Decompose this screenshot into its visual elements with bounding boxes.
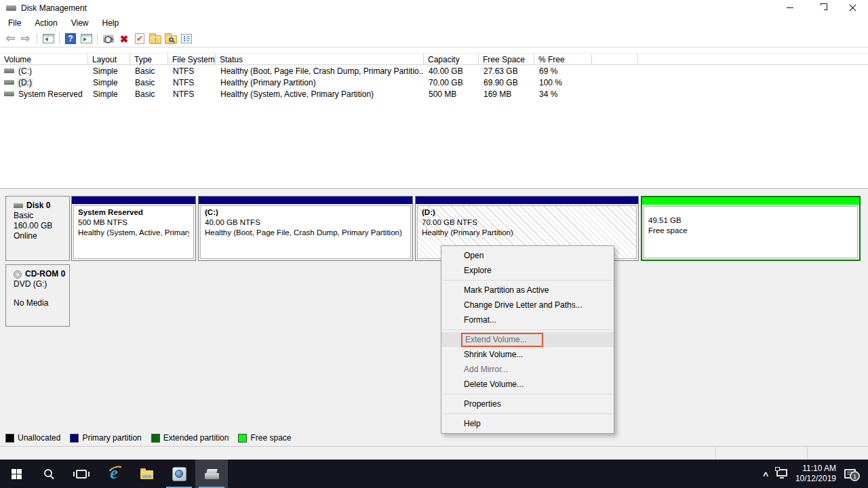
disk-0-row: Disk 0 Basic 160.00 GB Online System Res… bbox=[5, 196, 863, 261]
partition-block[interactable]: (C:) 40.00 GB NTFS Healthy (Boot, Page F… bbox=[198, 196, 413, 261]
menu-item[interactable]: Action bbox=[28, 16, 64, 30]
legend-swatch bbox=[238, 434, 247, 443]
context-menu-item[interactable]: Mark Partition as Active bbox=[441, 283, 614, 298]
context-menu-item[interactable]: Open bbox=[441, 248, 614, 263]
folder-explore-icon[interactable] bbox=[164, 33, 178, 45]
capacity-cell: 500 MB bbox=[424, 89, 479, 99]
volume-cell: System Reserved bbox=[0, 89, 88, 99]
properties-list-icon[interactable] bbox=[180, 33, 193, 45]
partition-status: Free space bbox=[648, 226, 853, 236]
partition-size: 70.00 GB NTFS bbox=[422, 218, 632, 228]
internet-explorer-icon: e bbox=[110, 464, 118, 482]
context-menu-item[interactable]: Delete Volume... bbox=[441, 377, 614, 392]
column-header[interactable]: File System bbox=[168, 54, 216, 64]
column-header[interactable]: Layout bbox=[88, 54, 130, 64]
search-button[interactable] bbox=[33, 460, 65, 488]
restore-button[interactable] bbox=[806, 0, 837, 16]
column-header[interactable]: Free Space bbox=[479, 54, 534, 64]
close-button[interactable] bbox=[837, 0, 868, 16]
internet-explorer-button[interactable]: e bbox=[98, 460, 130, 488]
column-header[interactable]: Type bbox=[130, 54, 168, 64]
context-menu-item[interactable]: Help bbox=[441, 416, 614, 431]
volume-disk-icon bbox=[4, 92, 14, 96]
legend-label: Primary partition bbox=[82, 433, 141, 443]
volume-row[interactable]: (C:) Simple Basic NTFS Healthy (Boot, Pa… bbox=[0, 65, 868, 77]
context-menu-item[interactable]: Shrink Volume... bbox=[441, 347, 614, 362]
toolbar-separator bbox=[37, 33, 37, 44]
partition-status: Healthy (System, Active, Primary bbox=[78, 228, 189, 238]
action-center-icon[interactable]: 1 bbox=[844, 469, 856, 479]
file-explorer-button[interactable] bbox=[130, 460, 163, 488]
menu-bar: File Action View Help bbox=[0, 16, 868, 30]
back-icon[interactable]: ⇦ bbox=[3, 33, 17, 45]
check-disk-icon[interactable]: ✔ bbox=[133, 33, 146, 45]
context-menu-item[interactable]: Extend Volume... bbox=[441, 332, 614, 347]
type-cell: Basic bbox=[130, 78, 168, 87]
context-menu-item bbox=[443, 329, 612, 330]
volume-row[interactable]: System Reserved Simple Basic NTFS Health… bbox=[0, 88, 868, 100]
forward-icon[interactable]: ⇨ bbox=[19, 33, 33, 45]
folder-up-icon[interactable]: ↑ bbox=[149, 33, 162, 45]
legend-swatch bbox=[151, 434, 160, 443]
partition-status: Healthy (Primary Partition) bbox=[422, 228, 632, 238]
restore-icon bbox=[818, 5, 824, 11]
context-menu-item[interactable]: Add Mirror... bbox=[441, 362, 614, 377]
action-pane-icon[interactable] bbox=[79, 33, 93, 45]
partition-color-bar bbox=[416, 197, 638, 204]
console-tree-icon[interactable] bbox=[41, 33, 55, 45]
context-menu-item-label: Properties bbox=[464, 399, 501, 409]
delete-icon[interactable]: ✖ bbox=[117, 33, 131, 45]
legend-swatch bbox=[70, 434, 79, 443]
partition-block[interactable]: 49.51 GB Free space bbox=[641, 196, 861, 261]
file-explorer-icon bbox=[140, 470, 153, 479]
partition-size: 500 MB NTFS bbox=[78, 218, 189, 228]
column-header[interactable] bbox=[592, 54, 638, 64]
search-icon bbox=[44, 469, 52, 477]
context-menu-item bbox=[443, 413, 612, 414]
taskbar-clock[interactable]: 11:10 AM 10/12/2019 bbox=[795, 464, 836, 484]
start-button[interactable] bbox=[0, 460, 33, 488]
cdrom-title: CD-ROM 0 bbox=[14, 269, 68, 279]
minimize-button[interactable] bbox=[774, 0, 806, 16]
cdrom-panel[interactable]: CD-ROM 0 DVD (G:) No Media bbox=[5, 264, 70, 327]
window-title: Disk Management bbox=[21, 3, 87, 13]
column-header[interactable]: % Free bbox=[534, 54, 592, 64]
menu-item[interactable]: File bbox=[1, 16, 28, 30]
capacity-cell: 70.00 GB bbox=[424, 78, 479, 87]
help-icon[interactable]: ? bbox=[64, 33, 77, 45]
capacity-cell: 40.00 GB bbox=[424, 66, 479, 76]
context-menu-item-label: Help bbox=[464, 419, 481, 428]
legend-swatch bbox=[5, 434, 14, 443]
column-header[interactable]: Capacity bbox=[424, 54, 479, 64]
volume-list: Volume Layout Type File System Status Ca… bbox=[0, 47, 868, 188]
disk-0-panel[interactable]: Disk 0 Basic 160.00 GB Online bbox=[5, 196, 70, 261]
context-menu-item-label: Add Mirror... bbox=[464, 365, 508, 374]
column-header[interactable]: Status bbox=[216, 54, 424, 64]
network-icon[interactable] bbox=[776, 469, 787, 476]
partition-block[interactable]: System Reserved 500 MB NTFS Healthy (Sys… bbox=[71, 196, 196, 261]
close-icon bbox=[849, 4, 856, 12]
partition-color-bar bbox=[199, 197, 412, 204]
context-menu-item[interactable]: Format... bbox=[441, 312, 614, 327]
partition-status: Healthy (Boot, Page File, Crash Dump, Pr… bbox=[205, 228, 406, 238]
menu-item[interactable]: Help bbox=[96, 16, 126, 30]
rescan-disks-icon[interactable] bbox=[102, 33, 115, 45]
disk-tool-button[interactable] bbox=[163, 460, 195, 488]
toolbar-separator bbox=[97, 33, 98, 44]
legend-item: Free space bbox=[238, 433, 291, 443]
context-menu-item[interactable]: Explore bbox=[441, 263, 614, 278]
menu-item[interactable]: View bbox=[64, 16, 96, 30]
volume-row[interactable]: (D:) Simple Basic NTFS Healthy (Primary … bbox=[0, 77, 868, 88]
task-view-button[interactable] bbox=[65, 460, 98, 488]
disk-tool-icon bbox=[172, 467, 186, 481]
list-glyph bbox=[181, 34, 192, 43]
context-menu-item[interactable]: Properties bbox=[441, 396, 614, 411]
disk-management-taskbar-button[interactable] bbox=[195, 460, 228, 488]
context-menu-item[interactable]: Change Drive Letter and Paths... bbox=[441, 298, 614, 312]
context-menu-item-label: Format... bbox=[464, 315, 496, 325]
column-header[interactable]: Volume bbox=[0, 54, 88, 64]
type-cell: Basic bbox=[130, 89, 168, 99]
free-space-cell: 69.90 GB bbox=[479, 78, 534, 87]
legend-item: Unallocated bbox=[5, 433, 60, 443]
tray-chevron-icon[interactable]: ∧ bbox=[762, 470, 769, 479]
